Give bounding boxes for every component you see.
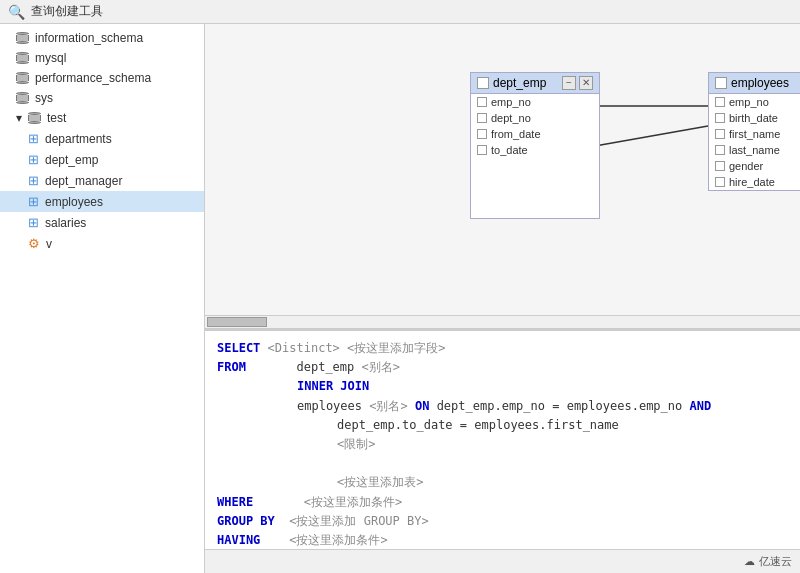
field-checkbox-first-name[interactable] <box>715 129 725 139</box>
table-employees-field-first-name[interactable]: first_name <box>709 126 800 142</box>
table-employees-field-last-name[interactable]: last_name <box>709 142 800 158</box>
field-label-gender: gender <box>729 160 763 172</box>
field-checkbox-from-date[interactable] <box>477 129 487 139</box>
sql-add-table[interactable]: <按这里添加表> <box>337 473 423 492</box>
table-dept-emp-field-emp-no[interactable]: emp_no <box>471 94 599 110</box>
sql-join-table: employees <box>297 397 362 416</box>
title-icon: 🔍 <box>8 4 25 20</box>
svg-line-2 <box>595 126 708 146</box>
field-label-dept-no: dept_no <box>491 112 531 124</box>
footer: ☁ 亿速云 <box>205 549 800 573</box>
table-employees-field-hire-date[interactable]: hire_date <box>709 174 800 190</box>
sidebar-item-v[interactable]: ⚙v <box>0 233 204 254</box>
field-label-emp-no-e: emp_no <box>729 96 769 108</box>
sidebar-label-employees: employees <box>45 195 103 209</box>
field-label-last-name: last_name <box>729 144 780 156</box>
canvas-area[interactable]: dept_emp − ✕ emp_no dept_no <box>205 24 800 315</box>
field-label-from-date: from_date <box>491 128 541 140</box>
table-dept-emp-field-dept-no[interactable]: dept_no <box>471 110 599 126</box>
sidebar-item-performance_schema[interactable]: performance_schema <box>0 68 204 88</box>
footer-cloud-icon: ☁ <box>744 555 755 568</box>
sql-line-where: WHERE <按这里添加条件> <box>217 493 788 512</box>
table-dept-emp-controls[interactable]: − ✕ <box>562 76 593 90</box>
sidebar-label-information_schema: information_schema <box>35 31 143 45</box>
sql-select-distinct[interactable]: <Distinct> <box>260 339 339 358</box>
field-label-emp-no: emp_no <box>491 96 531 108</box>
table-employees-field-gender[interactable]: gender <box>709 158 800 174</box>
table-employees-icon <box>715 77 727 89</box>
table-dept-emp-title: dept_emp <box>493 76 546 90</box>
sql-where-cond[interactable]: <按这里添加条件> <box>253 493 402 512</box>
sidebar-item-dept_manager[interactable]: ⊞dept_manager <box>0 170 204 191</box>
sql-join-alias[interactable]: <别名> <box>362 397 408 416</box>
table-icon-dept_manager: ⊞ <box>28 173 39 188</box>
sidebar-item-departments[interactable]: ⊞departments <box>0 128 204 149</box>
sql-inner-join-keyword: INNER JOIN <box>297 377 369 396</box>
table-employees-field-birth-date[interactable]: birth_date <box>709 110 800 126</box>
table-dept-emp-field-to-date[interactable]: to_date <box>471 142 599 158</box>
sidebar-item-salaries[interactable]: ⊞salaries <box>0 212 204 233</box>
sidebar-item-dept_emp[interactable]: ⊞dept_emp <box>0 149 204 170</box>
content-area: dept_emp − ✕ emp_no dept_no <box>205 24 800 573</box>
sidebar-item-test[interactable]: ▾ test <box>0 108 204 128</box>
sql-on-keyword: ON dept_emp.emp_no = employees.emp_no AN… <box>408 397 711 416</box>
field-label-first-name: first_name <box>729 128 780 140</box>
sidebar: information_schema mysql performance_sch… <box>0 24 205 573</box>
sql-pane[interactable]: SELECT <Distinct> <按这里添加字段> FROM dept_em… <box>205 329 800 549</box>
sql-where-keyword: WHERE <box>217 493 253 512</box>
sql-groupby-val[interactable]: <按这里添加 GROUP BY> <box>275 512 429 531</box>
field-checkbox-birth-date[interactable] <box>715 113 725 123</box>
table-dept-emp-field-from-date[interactable]: from_date <box>471 126 599 142</box>
table-dept-emp-close[interactable]: ✕ <box>579 76 593 90</box>
sidebar-label-test: test <box>47 111 66 125</box>
db-icon-performance_schema <box>16 72 29 84</box>
table-employees[interactable]: employees − ✕ emp_no birth_date <box>708 72 800 191</box>
sidebar-label-sys: sys <box>35 91 53 105</box>
sidebar-label-dept_manager: dept_manager <box>45 174 122 188</box>
table-dept-emp[interactable]: dept_emp − ✕ emp_no dept_no <box>470 72 600 219</box>
sql-scrollbar[interactable] <box>205 315 800 329</box>
sql-select-fields[interactable]: <按这里添加字段> <box>340 339 446 358</box>
sql-line-from: FROM dept_emp <别名> <box>217 358 788 377</box>
sidebar-item-information_schema[interactable]: information_schema <box>0 28 204 48</box>
sql-line-join-cond2: dept_emp.to_date = employees.first_name <box>217 416 788 435</box>
sidebar-label-salaries: salaries <box>45 216 86 230</box>
table-employees-header: employees − ✕ <box>709 73 800 94</box>
field-label-to-date: to_date <box>491 144 528 156</box>
sidebar-item-sys[interactable]: sys <box>0 88 204 108</box>
field-label-birth-date: birth_date <box>729 112 778 124</box>
field-checkbox-gender[interactable] <box>715 161 725 171</box>
sql-groupby-keyword: GROUP BY <box>217 512 275 531</box>
sql-having-val[interactable]: <按这里添加条件> <box>260 531 387 549</box>
sql-line-having: HAVING <按这里添加条件> <box>217 531 788 549</box>
field-checkbox-emp-no[interactable] <box>477 97 487 107</box>
field-checkbox-last-name[interactable] <box>715 145 725 155</box>
table-employees-title: employees <box>731 76 789 90</box>
table-icon-departments: ⊞ <box>28 131 39 146</box>
view-icon-v: ⚙ <box>28 236 40 251</box>
sidebar-item-employees[interactable]: ⊞employees <box>0 191 204 212</box>
sql-line-blank <box>217 454 788 473</box>
table-dept-emp-minimize[interactable]: − <box>562 76 576 90</box>
field-checkbox-hire-date[interactable] <box>715 177 725 187</box>
sql-limit-placeholder[interactable]: <限制> <box>337 435 375 454</box>
sql-from-alias[interactable]: <别名> <box>354 358 400 377</box>
table-dept-emp-header: dept_emp − ✕ <box>471 73 599 94</box>
sql-line-add-table: <按这里添加表> <box>217 473 788 492</box>
footer-logo-text: 亿速云 <box>759 554 792 569</box>
sql-from-table: dept_emp <box>246 358 354 377</box>
sql-having-keyword: HAVING <box>217 531 260 549</box>
sql-join-cond2: dept_emp.to_date = employees.first_name <box>337 416 619 435</box>
db-icon-information_schema <box>16 32 29 44</box>
field-checkbox-dept-no[interactable] <box>477 113 487 123</box>
table-employees-field-emp-no[interactable]: emp_no <box>709 94 800 110</box>
table-dept-emp-icon <box>477 77 489 89</box>
field-checkbox-to-date[interactable] <box>477 145 487 155</box>
title-bar: 🔍 查询创建工具 <box>0 0 800 24</box>
sql-scrollbar-thumb[interactable] <box>207 317 267 327</box>
field-checkbox-emp-no-e[interactable] <box>715 97 725 107</box>
sidebar-item-mysql[interactable]: mysql <box>0 48 204 68</box>
sql-line-select: SELECT <Distinct> <按这里添加字段> <box>217 339 788 358</box>
sidebar-label-departments: departments <box>45 132 112 146</box>
sidebar-label-dept_emp: dept_emp <box>45 153 98 167</box>
